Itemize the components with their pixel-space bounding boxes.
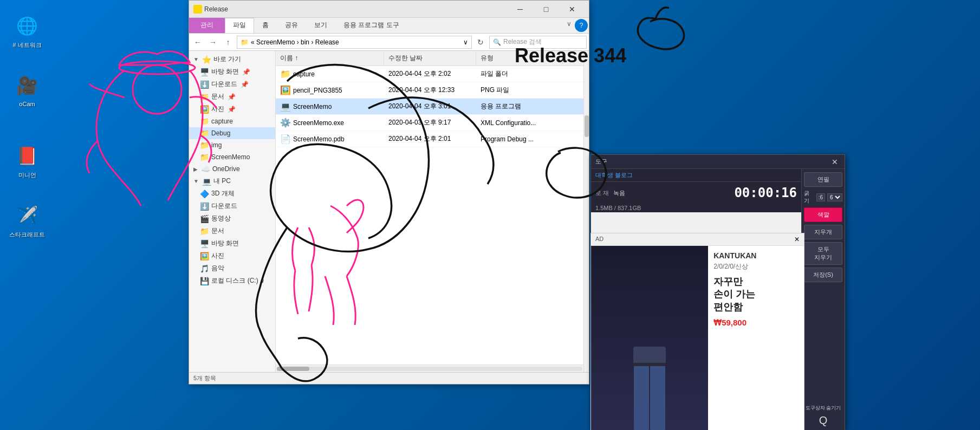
ad-close-button[interactable]: ✕ — [794, 236, 800, 243]
address-path[interactable]: 📁 « ScreenMemo › bin › Release ∨ — [237, 36, 472, 49]
nav-item-localdisk[interactable]: 💾 로컬 디스크 (C:) ∨ — [189, 275, 275, 287]
nav-item-docs2[interactable]: 📁 문서 — [189, 225, 275, 237]
ocam-size-select[interactable]: 6 3 9 — [827, 193, 842, 201]
col-header-date[interactable]: 수정한 날짜 — [384, 52, 476, 64]
nav-item-desktop2[interactable]: 🖥️ 바탕 화면 — [189, 237, 275, 250]
minion-icon: 📕 — [14, 143, 40, 169]
file-list: 📁 capture 2020-04-04 오후 2:02 파일 폴더 🖼️ pe… — [276, 66, 583, 364]
h-scrollbar[interactable] — [276, 364, 583, 372]
nav-item-dl[interactable]: ⬇️ 다운로드 — [189, 200, 275, 212]
nav-item-photos2[interactable]: 🖼️ 사진 — [189, 250, 275, 262]
ocam-size-label: 굵기 — [804, 190, 814, 205]
ribbon: 관리 파일 홈 공유 보기 응용 프로그램 도구 ∨ ? — [189, 18, 589, 34]
ocam-save-button[interactable]: 저장(S) — [804, 268, 842, 282]
desktop-icon-minion[interactable]: 📕 미니언 — [5, 141, 49, 181]
ad-header: AD ✕ — [591, 233, 804, 246]
address-text: « ScreenMemo › bin › Release — [251, 38, 339, 46]
file-row-screenmemopdb[interactable]: 📄 ScreenMemo.pdb 2020-04-04 오후 2:01 Prog… — [276, 131, 583, 147]
ocam-eraser-button[interactable]: 지우개 — [804, 225, 842, 239]
col-header-name[interactable]: 이름 ↑ — [276, 52, 384, 64]
network-icon: 🌐 — [14, 13, 40, 39]
ocam-all-erase-button[interactable]: 모두지우기 — [804, 242, 842, 265]
ad-pants — [634, 366, 665, 430]
ocam-icon: 🎥 — [14, 73, 40, 99]
starcraft-label: 스타크래프트 — [9, 231, 45, 239]
ad-content: KANTUKAN 2/0/2/0/신상 자꾸만손이 가는편안함 ₩59,800 — [591, 246, 804, 430]
forward-button[interactable]: → — [206, 36, 219, 49]
ocam-blog-link[interactable]: 대학생 블로그 — [595, 171, 633, 179]
nav-item-capture[interactable]: 📁 capture — [189, 115, 275, 127]
ocam-close-button[interactable]: ✕ — [829, 157, 840, 167]
nav-item-screenmemo[interactable]: 📁 ScreenMemo — [189, 151, 275, 163]
ad-text-area: KANTUKAN 2/0/2/0/신상 자꾸만손이 가는편안함 ₩59,800 — [708, 246, 804, 430]
file-row[interactable]: 📁 capture 2020-04-04 오후 2:02 파일 폴더 — [276, 66, 583, 82]
ribbon-tab-view[interactable]: 보기 — [306, 18, 335, 33]
nav-item-3d[interactable]: 🔷 3D 개체 — [189, 187, 275, 200]
maximize-button[interactable]: □ — [534, 1, 559, 18]
h-scrollbar-track — [277, 367, 582, 371]
col-header-type[interactable]: 유형 — [476, 52, 563, 64]
nav-item-shortcuts[interactable]: ▼ ⭐ 바로 가기 — [189, 53, 275, 66]
explorer-window: Release ─ □ ✕ 관리 파일 홈 공유 보기 응용 프로그램 도구 ∨… — [189, 0, 589, 385]
nav-item-downloads[interactable]: ⬇️ 다운로드 📌 — [189, 78, 275, 90]
file-list-area: 이름 ↑ 수정한 날짜 유형 📁 capture 2020-04-04 오후 2… — [276, 51, 583, 372]
file-type-screenmemo: 응용 프로그램 — [476, 101, 563, 112]
help-button[interactable]: ? — [575, 19, 588, 32]
file-date-screenmemoexe: 2020-04-03 오후 9:17 — [384, 117, 476, 128]
nav-item-mypc[interactable]: ▼ 💻 내 PC — [189, 175, 275, 187]
file-name-screenmemo: 💻 ScreenMemo — [276, 100, 384, 113]
ocam-hide-tools[interactable]: 도구상자 숨기기 — [804, 405, 842, 412]
up-button[interactable]: ↑ — [222, 36, 235, 49]
ocam-top-bar: 대학생 블로그 — [591, 169, 801, 182]
file-type-pencil: PNG 파일 — [476, 84, 563, 96]
ocam-timer: 00:00:16 — [734, 185, 797, 200]
nav-item-onedrive[interactable]: ▶ ☁️ OneDrive — [189, 163, 275, 175]
file-row[interactable]: 🖼️ pencil_PNG3855 2020-04-04 오후 12:33 PN… — [276, 82, 583, 99]
ribbon-tabs: 관리 파일 홈 공유 보기 응용 프로그램 도구 ∨ ? — [189, 18, 589, 33]
ocam-pencil-button[interactable]: 연필 — [804, 172, 842, 187]
close-button[interactable]: ✕ — [560, 1, 585, 18]
ad-headline: 자꾸만손이 가는편안함 — [713, 276, 799, 314]
search-box[interactable]: 🔍 Release 검색 — [489, 36, 587, 49]
ad-figure — [591, 246, 708, 430]
ocam-right-panel: 연필 굵기 :6 6 3 9 색깔 지우개 모두지우기 저장(S) 도구상자 숨… — [801, 169, 845, 430]
refresh-button[interactable]: ↻ — [474, 36, 487, 49]
ocam-audio-label: 녹음 — [613, 189, 625, 197]
ocam-magnifier[interactable]: Q — [804, 414, 842, 427]
title-bar-title: Release — [204, 5, 228, 13]
ocam-disk-text: 1.5MB / 837.1GB — [595, 205, 641, 211]
ocam-color-button[interactable]: 색깔 — [804, 207, 842, 222]
ocam-size-value[interactable]: :6 — [816, 193, 825, 201]
ribbon-tab-manage[interactable]: 관리 — [189, 18, 225, 33]
nav-item-img[interactable]: 📁 img — [189, 139, 275, 151]
nav-item-video[interactable]: 🎬 동영상 — [189, 212, 275, 225]
nav-item-debug[interactable]: 📁 Debug — [189, 127, 275, 139]
nav-item-music[interactable]: 🎵 음악 — [189, 262, 275, 275]
ribbon-tab-apptools[interactable]: 응용 프로그램 도구 — [335, 18, 407, 33]
address-dropdown-icon[interactable]: ∨ — [463, 38, 468, 46]
back-button[interactable]: ← — [191, 36, 204, 49]
desktop: 🌐 # 네트워크 🎥 oCam 📕 미니언 ✈️ 스타크래프트 Release … — [0, 0, 980, 430]
ad-area: AD ✕ — [590, 233, 804, 430]
desktop-icon-starcraft[interactable]: ✈️ 스타크래프트 — [5, 200, 49, 241]
file-row-screenmemoexe[interactable]: ⚙️ ScreenMemo.exe 2020-04-03 오후 9:17 XML… — [276, 115, 583, 131]
explorer-body: ▼ ⭐ 바로 가기 🖥️ 바탕 화면 📌 ⬇️ 다운로드 📌 📁 문서 — [189, 51, 589, 372]
file-name-screenmemopdb: 📄 ScreenMemo.pdb — [276, 133, 384, 145]
nav-item-desktop[interactable]: 🖥️ 바탕 화면 📌 — [189, 66, 275, 78]
ad-torso — [633, 347, 666, 363]
ribbon-tab-file[interactable]: 파일 — [225, 18, 254, 33]
ribbon-tab-share[interactable]: 공유 — [277, 18, 306, 33]
ribbon-tab-home[interactable]: 홈 — [254, 18, 277, 33]
minimize-button[interactable]: ─ — [508, 1, 533, 18]
desktop-icon-ocam[interactable]: 🎥 oCam — [5, 70, 49, 109]
desktop-icon-network[interactable]: 🌐 # 네트워크 — [5, 11, 49, 51]
address-folder-icon: 📁 — [241, 38, 249, 46]
ad-subtitle: 2/0/2/0/신상 — [713, 262, 799, 271]
v-scrollbar[interactable] — [583, 51, 589, 372]
nav-item-documents[interactable]: 📁 문서 📌 — [189, 90, 275, 103]
search-placeholder: Release 검색 — [503, 37, 542, 47]
ribbon-collapse[interactable]: ∨ — [564, 18, 574, 33]
nav-item-photos[interactable]: 🖼️ 사진 📌 — [189, 103, 275, 115]
svg-point-1 — [133, 65, 181, 114]
file-row-screenmemo[interactable]: 💻 ScreenMemo 2020-04-04 오후 3:01 응용 프로그램 — [276, 99, 583, 115]
